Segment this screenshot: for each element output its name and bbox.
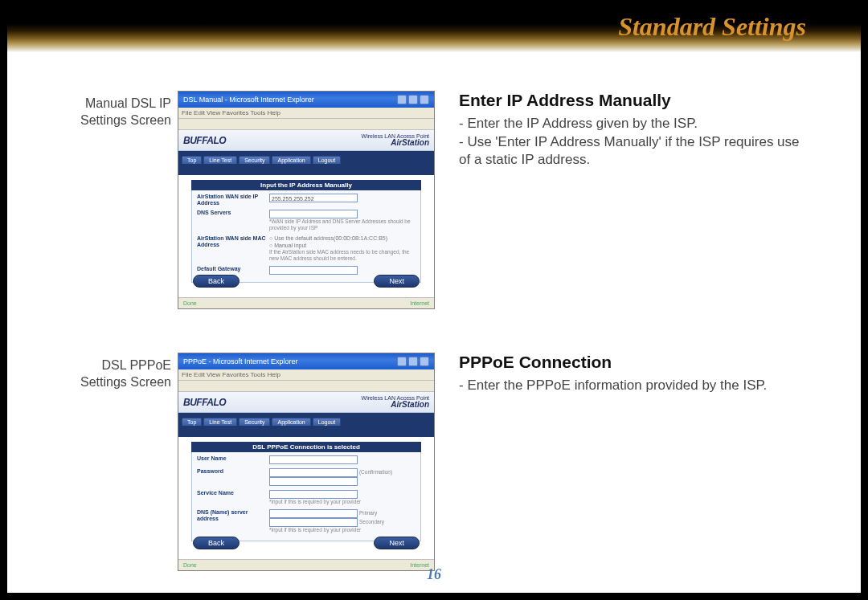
tab-logout: Logout bbox=[313, 156, 341, 164]
brand-tag: Wireless LAN Access Point AirStation bbox=[362, 395, 429, 409]
tab-top: Top bbox=[182, 418, 202, 426]
section-para-1a: - Enter the IP Address given by the ISP. bbox=[459, 115, 806, 132]
text-col-1: Enter IP Address Manually - Enter the IP… bbox=[435, 91, 806, 169]
tab-linetest: Line Test bbox=[203, 418, 237, 426]
sub-bar bbox=[178, 164, 434, 175]
tab-security: Security bbox=[239, 418, 270, 426]
nav-tabs: Top Line Test Security Application Logou… bbox=[178, 413, 434, 426]
section-1: Manual DSL IP Settings Screen DSL Manual… bbox=[80, 91, 806, 309]
window-buttons bbox=[397, 357, 429, 366]
content-area: Manual DSL IP Settings Screen DSL Manual… bbox=[80, 91, 806, 553]
manual-page: Standard Settings Manual DSL IP Settings… bbox=[6, 6, 862, 594]
dns-primary-input bbox=[269, 509, 358, 518]
minimize-icon bbox=[397, 357, 407, 366]
close-icon bbox=[420, 95, 429, 104]
brand-logo: BUFFALO bbox=[183, 135, 226, 146]
field-gateway: Default Gateway bbox=[197, 266, 416, 275]
sub-bar bbox=[178, 426, 434, 437]
panel-title: DSL PPPoE Connection is selected bbox=[191, 442, 421, 452]
field-username: User Name bbox=[197, 455, 416, 464]
browser-statusbar: Done Internet bbox=[178, 297, 434, 308]
next-button: Next bbox=[374, 275, 420, 288]
next-button: Next bbox=[374, 537, 420, 549]
panel-title: Input the IP Address Manually bbox=[191, 180, 421, 190]
window-buttons bbox=[397, 95, 429, 104]
service-input bbox=[269, 490, 358, 499]
gateway-input bbox=[269, 266, 358, 275]
branding-bar: BUFFALO Wireless LAN Access Point AirSta… bbox=[178, 392, 434, 413]
nav-buttons: Back Next bbox=[193, 275, 420, 288]
back-button: Back bbox=[193, 275, 240, 288]
screenshot-dsl-manual: DSL Manual - Microsoft Internet Explorer… bbox=[178, 91, 435, 309]
window-titlebar: PPPoE - Microsoft Internet Explorer bbox=[178, 353, 434, 369]
page-number: 16 bbox=[7, 566, 861, 583]
tab-application: Application bbox=[272, 156, 310, 164]
field-dns: DNS Servers *WAN side IP Address and DNS… bbox=[197, 210, 416, 231]
window-title: DSL Manual - Microsoft Internet Explorer bbox=[183, 92, 314, 108]
browser-toolbar bbox=[178, 119, 434, 130]
section-heading-1: Enter IP Address Manually bbox=[459, 91, 806, 110]
minimize-icon bbox=[397, 95, 407, 104]
brand-logo: BUFFALO bbox=[183, 397, 226, 408]
browser-menubar: File Edit View Favorites Tools Help bbox=[178, 369, 434, 381]
ip-input: 255.255.255.252 bbox=[269, 194, 358, 202]
dns-input bbox=[269, 210, 358, 218]
page-title: Standard Settings bbox=[618, 12, 806, 42]
section-heading-2: PPPoE Connection bbox=[459, 353, 806, 372]
section-para-2a: - Enter the PPPoE information provided b… bbox=[459, 377, 806, 394]
field-mac: AirStation WAN side MAC Address ○ Use th… bbox=[197, 235, 416, 261]
screenshot-pppoe: PPPoE - Microsoft Internet Explorer File… bbox=[178, 353, 435, 571]
close-icon bbox=[420, 357, 429, 366]
status-right: Internet bbox=[410, 300, 429, 306]
panel-body: AirStation WAN side IP Address 255.255.2… bbox=[191, 190, 421, 283]
window-titlebar: DSL Manual - Microsoft Internet Explorer bbox=[178, 92, 434, 108]
field-password: Password (Confirmation) bbox=[197, 468, 416, 486]
dns-secondary-input bbox=[269, 518, 358, 527]
status-left: Done bbox=[183, 300, 197, 306]
panel-body: User Name Password (Confirmation) Servic… bbox=[191, 452, 421, 541]
branding-bar: BUFFALO Wireless LAN Access Point AirSta… bbox=[178, 130, 434, 151]
password-confirm-input bbox=[269, 477, 358, 486]
browser-toolbar bbox=[178, 381, 434, 392]
field-service: Service Name *input if this is required … bbox=[197, 490, 416, 505]
text-col-2: PPPoE Connection - Enter the PPPoE infor… bbox=[435, 353, 806, 395]
brand-tag: Wireless LAN Access Point AirStation bbox=[362, 133, 429, 147]
field-dnsaddr: DNS (Name) server address Primary Second… bbox=[197, 509, 416, 533]
screenshot-caption-1: Manual DSL IP Settings Screen bbox=[80, 91, 174, 129]
username-input bbox=[269, 455, 358, 464]
tab-logout: Logout bbox=[313, 418, 341, 426]
window-title: PPPoE - Microsoft Internet Explorer bbox=[183, 353, 298, 369]
panel: Input the IP Address Manually AirStation… bbox=[178, 175, 434, 283]
back-button: Back bbox=[193, 537, 240, 549]
header-gradient: Standard Settings bbox=[7, 7, 861, 67]
browser-menubar: File Edit View Favorites Tools Help bbox=[178, 108, 434, 119]
maximize-icon bbox=[408, 95, 418, 104]
section-para-1b: - Use 'Enter IP Address Manually' if the… bbox=[459, 133, 806, 168]
tab-application: Application bbox=[272, 418, 310, 426]
nav-tabs: Top Line Test Security Application Logou… bbox=[178, 151, 434, 164]
nav-buttons: Back Next bbox=[193, 537, 420, 549]
maximize-icon bbox=[408, 357, 418, 366]
tab-security: Security bbox=[239, 156, 270, 164]
field-wan-ip: AirStation WAN side IP Address 255.255.2… bbox=[197, 194, 416, 206]
tab-top: Top bbox=[182, 156, 202, 164]
panel: DSL PPPoE Connection is selected User Na… bbox=[178, 437, 434, 541]
section-2: DSL PPPoE Settings Screen PPPoE - Micros… bbox=[80, 353, 806, 571]
tab-linetest: Line Test bbox=[203, 156, 237, 164]
password-input bbox=[269, 468, 358, 477]
screenshot-caption-2: DSL PPPoE Settings Screen bbox=[80, 353, 174, 391]
